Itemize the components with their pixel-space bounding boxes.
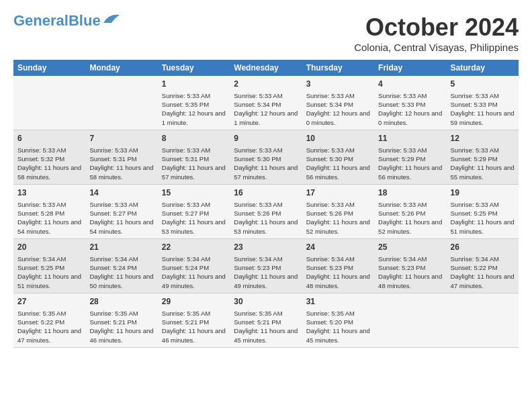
day-info: Sunrise: 5:33 AM Sunset: 5:26 PM Dayligh…: [234, 200, 298, 236]
calendar-cell: 21Sunrise: 5:34 AM Sunset: 5:24 PM Dayli…: [85, 238, 157, 293]
day-number: 21: [89, 242, 153, 253]
day-info: Sunrise: 5:34 AM Sunset: 5:22 PM Dayligh…: [451, 255, 515, 290]
calendar-cell: 20Sunrise: 5:34 AM Sunset: 5:25 PM Dayli…: [13, 238, 85, 293]
logo-wing-icon: [102, 12, 121, 24]
day-number: 10: [306, 133, 370, 144]
day-number: 27: [17, 296, 81, 308]
weekday-header: Thursday: [302, 60, 374, 76]
day-info: Sunrise: 5:33 AM Sunset: 5:27 PM Dayligh…: [162, 200, 226, 236]
day-number: 3: [306, 79, 370, 90]
title-block: October 2024 Colonia, Central Visayas, P…: [354, 13, 519, 53]
day-number: 14: [89, 187, 153, 199]
calendar-cell: 6Sunrise: 5:33 AM Sunset: 5:32 PM Daylig…: [13, 130, 85, 184]
day-number: 15: [162, 187, 226, 199]
calendar-cell: 3Sunrise: 5:33 AM Sunset: 5:34 PM Daylig…: [302, 76, 374, 130]
calendar-cell: 30Sunrise: 5:35 AM Sunset: 5:21 PM Dayli…: [230, 293, 302, 347]
day-number: 28: [89, 296, 153, 308]
calendar-cell: 16Sunrise: 5:33 AM Sunset: 5:26 PM Dayli…: [230, 184, 302, 238]
calendar-cell: 8Sunrise: 5:33 AM Sunset: 5:31 PM Daylig…: [158, 130, 230, 184]
day-info: Sunrise: 5:33 AM Sunset: 5:26 PM Dayligh…: [378, 200, 442, 236]
day-info: Sunrise: 5:34 AM Sunset: 5:24 PM Dayligh…: [162, 255, 226, 290]
day-info: Sunrise: 5:34 AM Sunset: 5:23 PM Dayligh…: [306, 255, 370, 290]
calendar-cell: 27Sunrise: 5:35 AM Sunset: 5:22 PM Dayli…: [13, 293, 85, 347]
day-info: Sunrise: 5:33 AM Sunset: 5:30 PM Dayligh…: [234, 146, 298, 181]
day-info: Sunrise: 5:33 AM Sunset: 5:30 PM Dayligh…: [306, 146, 370, 181]
day-number: 25: [378, 242, 442, 253]
day-number: 9: [234, 133, 298, 144]
day-number: 18: [378, 187, 442, 199]
day-info: Sunrise: 5:33 AM Sunset: 5:29 PM Dayligh…: [451, 146, 515, 181]
page-header: GeneralBlue October 2024 Colonia, Centra…: [13, 13, 519, 53]
day-info: Sunrise: 5:34 AM Sunset: 5:25 PM Dayligh…: [17, 255, 81, 290]
calendar-cell: 12Sunrise: 5:33 AM Sunset: 5:29 PM Dayli…: [447, 130, 519, 184]
calendar-cell: 10Sunrise: 5:33 AM Sunset: 5:30 PM Dayli…: [302, 130, 374, 184]
day-number: 2: [234, 79, 298, 90]
calendar-week-row: 20Sunrise: 5:34 AM Sunset: 5:25 PM Dayli…: [13, 238, 519, 293]
calendar-week-row: 27Sunrise: 5:35 AM Sunset: 5:22 PM Dayli…: [13, 293, 519, 347]
day-number: 6: [17, 133, 81, 144]
calendar-cell: 5Sunrise: 5:33 AM Sunset: 5:33 PM Daylig…: [447, 76, 519, 130]
calendar-cell: 17Sunrise: 5:33 AM Sunset: 5:26 PM Dayli…: [302, 184, 374, 238]
calendar-cell: 4Sunrise: 5:33 AM Sunset: 5:33 PM Daylig…: [374, 76, 446, 130]
calendar-week-row: 1Sunrise: 5:33 AM Sunset: 5:35 PM Daylig…: [13, 76, 519, 130]
day-number: 22: [162, 242, 226, 253]
calendar-cell: [13, 76, 85, 130]
day-number: 30: [234, 296, 298, 308]
calendar-cell: [374, 293, 446, 347]
calendar-table: SundayMondayTuesdayWednesdayThursdayFrid…: [13, 60, 519, 348]
day-info: Sunrise: 5:35 AM Sunset: 5:20 PM Dayligh…: [306, 309, 370, 345]
weekday-header-row: SundayMondayTuesdayWednesdayThursdayFrid…: [13, 60, 519, 76]
day-number: 26: [451, 242, 515, 253]
weekday-header: Friday: [374, 60, 446, 76]
day-info: Sunrise: 5:34 AM Sunset: 5:23 PM Dayligh…: [234, 255, 298, 290]
calendar-cell: 28Sunrise: 5:35 AM Sunset: 5:21 PM Dayli…: [85, 293, 157, 347]
calendar-cell: 14Sunrise: 5:33 AM Sunset: 5:27 PM Dayli…: [85, 184, 157, 238]
day-info: Sunrise: 5:33 AM Sunset: 5:25 PM Dayligh…: [451, 200, 515, 236]
calendar-cell: 29Sunrise: 5:35 AM Sunset: 5:21 PM Dayli…: [158, 293, 230, 347]
calendar-cell: 19Sunrise: 5:33 AM Sunset: 5:25 PM Dayli…: [447, 184, 519, 238]
calendar-cell: 26Sunrise: 5:34 AM Sunset: 5:22 PM Dayli…: [447, 238, 519, 293]
day-number: 16: [234, 187, 298, 199]
calendar-cell: 31Sunrise: 5:35 AM Sunset: 5:20 PM Dayli…: [302, 293, 374, 347]
day-number: 8: [162, 133, 226, 144]
calendar-cell: 15Sunrise: 5:33 AM Sunset: 5:27 PM Dayli…: [158, 184, 230, 238]
logo-text: GeneralBlue: [13, 13, 101, 28]
calendar-week-row: 6Sunrise: 5:33 AM Sunset: 5:32 PM Daylig…: [13, 130, 519, 184]
calendar-cell: [447, 293, 519, 347]
day-number: 20: [17, 242, 81, 253]
day-number: 29: [162, 296, 226, 308]
day-info: Sunrise: 5:33 AM Sunset: 5:33 PM Dayligh…: [451, 91, 515, 127]
calendar-cell: 22Sunrise: 5:34 AM Sunset: 5:24 PM Dayli…: [158, 238, 230, 293]
day-info: Sunrise: 5:34 AM Sunset: 5:24 PM Dayligh…: [89, 255, 153, 290]
day-info: Sunrise: 5:33 AM Sunset: 5:29 PM Dayligh…: [378, 146, 442, 181]
month-title: October 2024: [354, 13, 519, 42]
day-info: Sunrise: 5:33 AM Sunset: 5:34 PM Dayligh…: [234, 91, 298, 127]
weekday-header: Sunday: [13, 60, 85, 76]
day-number: 4: [378, 79, 442, 90]
day-number: 23: [234, 242, 298, 253]
calendar-cell: 2Sunrise: 5:33 AM Sunset: 5:34 PM Daylig…: [230, 76, 302, 130]
day-info: Sunrise: 5:35 AM Sunset: 5:21 PM Dayligh…: [234, 309, 298, 345]
day-number: 11: [378, 133, 442, 144]
day-number: 12: [451, 133, 515, 144]
day-number: 5: [451, 79, 515, 90]
calendar-cell: 24Sunrise: 5:34 AM Sunset: 5:23 PM Dayli…: [302, 238, 374, 293]
calendar-cell: 18Sunrise: 5:33 AM Sunset: 5:26 PM Dayli…: [374, 184, 446, 238]
logo: GeneralBlue: [13, 13, 121, 28]
day-number: 17: [306, 187, 370, 199]
day-number: 31: [306, 296, 370, 308]
calendar-cell: 7Sunrise: 5:33 AM Sunset: 5:31 PM Daylig…: [85, 130, 157, 184]
day-number: 24: [306, 242, 370, 253]
calendar-week-row: 13Sunrise: 5:33 AM Sunset: 5:28 PM Dayli…: [13, 184, 519, 238]
calendar-cell: [85, 76, 157, 130]
day-info: Sunrise: 5:35 AM Sunset: 5:21 PM Dayligh…: [162, 309, 226, 345]
day-number: 7: [89, 133, 153, 144]
calendar-cell: 9Sunrise: 5:33 AM Sunset: 5:30 PM Daylig…: [230, 130, 302, 184]
calendar-cell: 23Sunrise: 5:34 AM Sunset: 5:23 PM Dayli…: [230, 238, 302, 293]
calendar-cell: 25Sunrise: 5:34 AM Sunset: 5:23 PM Dayli…: [374, 238, 446, 293]
weekday-header: Wednesday: [230, 60, 302, 76]
day-info: Sunrise: 5:33 AM Sunset: 5:31 PM Dayligh…: [89, 146, 153, 181]
day-info: Sunrise: 5:33 AM Sunset: 5:34 PM Dayligh…: [306, 91, 370, 127]
day-info: Sunrise: 5:33 AM Sunset: 5:27 PM Dayligh…: [89, 200, 153, 236]
day-info: Sunrise: 5:35 AM Sunset: 5:22 PM Dayligh…: [17, 309, 81, 345]
